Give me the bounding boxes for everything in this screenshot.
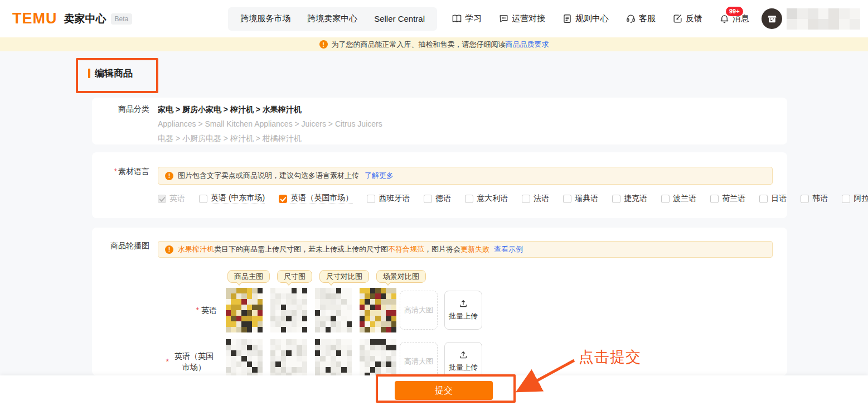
category-path-cn: 家电 > 厨房小家电 > 榨汁机 > 水果榨汁机 xyxy=(158,105,787,113)
page-title: 编辑商品 xyxy=(88,67,133,80)
language-checkbox-波兰语[interactable]: 波兰语 xyxy=(661,194,696,204)
view-example-link[interactable]: 查看示例 xyxy=(494,244,523,254)
menu-item-rules[interactable]: 规则中心 xyxy=(562,13,609,24)
menu-item-learn[interactable]: 学习 xyxy=(452,13,482,24)
header-tab-group: 跨境服务市场 跨境卖家中心 Seller Central xyxy=(228,7,437,31)
checkbox[interactable] xyxy=(801,195,809,203)
carousel-label: 商品轮播图 xyxy=(92,241,158,375)
temu-logo[interactable]: TEMU xyxy=(12,10,57,27)
material-language-card: *素材语言 ! 图片包含文字卖点或商品说明，建议勾选多语言素材上传 了解更多 英… xyxy=(92,152,787,218)
alert-icon: ! xyxy=(165,245,173,254)
category-card: 商品分类 家电 > 厨房小家电 > 榨汁机 > 水果榨汁机 Appliances… xyxy=(92,98,787,144)
product-image-thumbnail[interactable] xyxy=(226,339,263,375)
language-checkbox-row: 英语英语 (中东市场)英语（英国市场）西班牙语德语意大利语法语瑞典语捷克语波兰语… xyxy=(158,193,787,204)
product-image-thumbnail[interactable] xyxy=(226,288,263,332)
product-image-thumbnail[interactable] xyxy=(270,339,307,375)
image-row-english-uk: *英语（英国市场） 高清大图 批量上传 xyxy=(158,338,787,375)
category-path-en: Appliances > Small Kitchen Appliances > … xyxy=(158,120,787,128)
header-menu: 学习 运营对接 规则中心 客服 反馈 消息 99+ xyxy=(452,13,749,24)
language-checkbox-日语[interactable]: 日语 xyxy=(759,194,787,204)
footer-bar: 提交 xyxy=(0,375,868,405)
menu-item-messages[interactable]: 消息 99+ xyxy=(719,13,749,24)
product-image-thumbnail[interactable] xyxy=(315,288,352,332)
alert-icon: ! xyxy=(165,172,173,180)
feedback-icon xyxy=(672,13,683,24)
message-count-badge: 99+ xyxy=(726,7,743,16)
tab-seller-central[interactable]: Seller Central xyxy=(374,14,425,23)
language-checkbox-法语[interactable]: 法语 xyxy=(522,194,549,204)
checkbox[interactable] xyxy=(465,195,473,203)
alert-icon: ! xyxy=(319,40,328,49)
language-checkbox-瑞典语[interactable]: 瑞典语 xyxy=(563,194,598,204)
upload-icon xyxy=(459,299,468,308)
quality-notice-bar: ! 为了您的商品能正常入库、抽检和售卖，请您仔细阅读商品品质要求 xyxy=(0,37,868,51)
thumbnail-list xyxy=(226,288,396,332)
hd-image-button[interactable]: 高清大图 xyxy=(400,291,438,330)
language-checkbox-荷兰语[interactable]: 荷兰语 xyxy=(710,194,745,204)
product-image-thumbnail[interactable] xyxy=(360,339,396,375)
material-language-label: *素材语言 xyxy=(92,167,158,204)
avatar[interactable] xyxy=(762,8,782,29)
language-checkbox-捷克语[interactable]: 捷克语 xyxy=(612,194,647,204)
language-checkbox-英语 (中东市场)[interactable]: 英语 (中东市场) xyxy=(199,193,265,204)
carousel-banner: ! 水果榨汁机类目下的商品需上传尺寸图，若未上传或上传的尺寸图不符合规范，图片将… xyxy=(158,241,773,258)
checkbox[interactable] xyxy=(199,195,207,203)
upload-icon xyxy=(459,350,468,359)
checkbox[interactable] xyxy=(661,195,670,203)
checkbox[interactable] xyxy=(279,195,287,203)
tab-service-market[interactable]: 跨境服务市场 xyxy=(240,13,290,24)
menu-item-support[interactable]: 客服 xyxy=(625,13,656,24)
account-name-blurred[interactable] xyxy=(787,8,860,30)
learn-more-link[interactable]: 了解更多 xyxy=(365,171,394,181)
checkbox[interactable] xyxy=(367,195,375,203)
tag-main-image: 商品主图 xyxy=(227,270,270,283)
category-label: 商品分类 xyxy=(92,104,158,142)
image-type-tags: 商品主图 尺寸图 尺寸对比图 场景对比图 xyxy=(227,270,787,283)
language-checkbox-英语: 英语 xyxy=(158,194,185,204)
carousel-banner-text: 水果榨汁机类目下的商品需上传尺寸图，若未上传或上传的尺寸图不符合规范，图片将会更… xyxy=(178,244,489,254)
headset-icon xyxy=(625,13,636,24)
language-checkbox-意大利语[interactable]: 意大利语 xyxy=(465,194,508,204)
checkbox[interactable] xyxy=(759,195,768,203)
top-header: TEMU 卖家中心 Beta 跨境服务市场 跨境卖家中心 Seller Cent… xyxy=(0,0,868,37)
seller-center-title: 卖家中心 xyxy=(64,12,106,26)
image-row-english: *英语 高清大图 批量上传 xyxy=(158,286,787,334)
language-checkbox-西班牙语[interactable]: 西班牙语 xyxy=(367,194,410,204)
checkbox[interactable] xyxy=(710,195,719,203)
title-accent-bar xyxy=(88,69,90,78)
hd-image-button[interactable]: 高清大图 xyxy=(400,342,438,375)
submit-button[interactable]: 提交 xyxy=(395,381,493,400)
language-checkbox-英语（英国市场）[interactable]: 英语（英国市场） xyxy=(279,193,353,204)
thumbnail-list xyxy=(226,339,396,375)
batch-upload-button[interactable]: 批量上传 xyxy=(444,342,482,375)
menu-item-operations[interactable]: 运营对接 xyxy=(498,13,545,24)
language-checkbox-阿拉伯语[interactable]: 阿拉伯语 xyxy=(842,194,868,204)
checkbox xyxy=(158,195,166,203)
beta-badge: Beta xyxy=(111,13,133,25)
quality-requirements-link[interactable]: 商品品质要求 xyxy=(506,40,549,50)
store-icon xyxy=(767,13,778,25)
row-label-english-uk: *英语（英国市场） xyxy=(158,350,226,373)
category-path-alt: 电器 > 小厨房电器 > 榨汁机 > 柑橘榨汁机 xyxy=(158,134,787,142)
tag-size-image: 尺寸图 xyxy=(277,270,312,283)
product-image-thumbnail[interactable] xyxy=(315,339,352,375)
tag-size-compare-image: 尺寸对比图 xyxy=(319,270,369,283)
batch-upload-button[interactable]: 批量上传 xyxy=(444,291,482,330)
language-checkbox-德语[interactable]: 德语 xyxy=(424,194,451,204)
annotation-tip-text: 点击提交 xyxy=(579,347,641,367)
checkbox[interactable] xyxy=(612,195,620,203)
product-image-thumbnail[interactable] xyxy=(270,288,307,332)
tab-crossborder-seller-center[interactable]: 跨境卖家中心 xyxy=(307,13,357,24)
book-icon xyxy=(452,13,462,24)
checkbox[interactable] xyxy=(522,195,530,203)
checkbox[interactable] xyxy=(842,195,850,203)
menu-item-feedback[interactable]: 反馈 xyxy=(672,13,702,24)
carousel-card: 商品轮播图 ! 水果榨汁机类目下的商品需上传尺寸图，若未上传或上传的尺寸图不符合… xyxy=(92,228,787,375)
product-image-thumbnail[interactable] xyxy=(360,288,396,332)
checkbox[interactable] xyxy=(424,195,432,203)
chat-icon xyxy=(498,13,509,24)
material-language-banner: ! 图片包含文字卖点或商品说明，建议勾选多语言素材上传 了解更多 xyxy=(158,167,773,185)
language-checkbox-韩语[interactable]: 韩语 xyxy=(801,194,828,204)
checkbox[interactable] xyxy=(563,195,571,203)
tag-scene-compare-image: 场景对比图 xyxy=(376,270,426,283)
